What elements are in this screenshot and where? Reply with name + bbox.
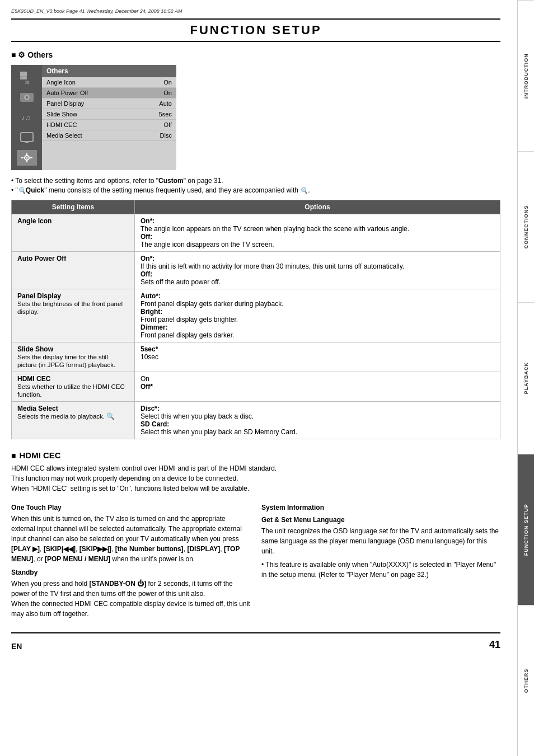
svg-point-10 — [26, 157, 27, 159]
svg-text:⊡: ⊡ — [25, 80, 29, 85]
menu-value-angle: On — [163, 79, 172, 86]
menu-label-panel: Panel Display — [46, 100, 84, 107]
icon-film — [17, 90, 37, 105]
system-info-title: System Information — [261, 504, 500, 511]
menu-screenshot: ⊡ ♪♫ — [11, 65, 500, 170]
setting-panel-display: Panel Display Sets the brightness of the… — [12, 289, 135, 342]
menu-title: Others — [42, 65, 176, 77]
hdmi-section-title: HDMI CEC — [11, 450, 500, 460]
option-angle-icon: On*: The angle icon appears on the TV sc… — [135, 214, 500, 252]
right-sidebar: INTRODUCTION CONNECTIONS PLAYBACK FUNCTI… — [517, 0, 534, 756]
menu-label-media: Media Select — [46, 132, 82, 139]
table-row: Panel Display Sets the brightness of the… — [12, 289, 500, 342]
icon-disc: ⊡ — [17, 69, 37, 85]
svg-rect-0 — [20, 72, 27, 77]
others-label: Others — [27, 50, 53, 59]
table-row: Angle Icon On*: The angle icon appears o… — [12, 214, 500, 252]
menu-value-hdmi: Off — [164, 121, 172, 128]
square-icon: ■ — [11, 50, 16, 59]
option-auto-power-off: On*: If this unit is left with no activi… — [135, 252, 500, 289]
menu-label-slideshow: Slide Show — [46, 111, 77, 118]
bottom-bar: EN 41 — [11, 632, 500, 651]
table-row: Media Select Selects the media to playba… — [12, 402, 500, 439]
option-media-select: Disc*: Select this when you play back a … — [135, 402, 500, 439]
get-set-language-subtitle: Get & Set Menu Language — [261, 516, 500, 524]
icon-audio: ♪♫ — [17, 110, 37, 125]
setting-auto-power-off: Auto Power Off — [12, 252, 135, 289]
sidebar-function-setup: FUNCTION SETUP — [518, 454, 534, 605]
table-col1-header: Setting items — [12, 200, 135, 214]
option-hdmi-cec: On Off* — [135, 372, 500, 402]
note-2: • "🔍Quick" menu consists of the setting … — [11, 186, 500, 194]
svg-rect-7 — [21, 133, 33, 142]
section-others-header: ■ ⚙ Others — [11, 50, 500, 59]
menu-row-media: Media Select Disc — [42, 130, 176, 141]
setting-slide-show: Slide Show Sets the display time for the… — [12, 342, 135, 372]
settings-table: Setting items Options Angle Icon On*: Th… — [11, 200, 500, 439]
notes: • To select the setting items and option… — [11, 177, 500, 194]
setting-media-select: Media Select Selects the media to playba… — [12, 402, 135, 439]
hdmi-intro: HDMI CEC allows integrated system contro… — [11, 463, 500, 494]
sidebar-playback: PLAYBACK — [518, 302, 534, 453]
setting-hdmi-cec: HDMI CEC Sets whether to utilize the HDM… — [12, 372, 135, 402]
note-1: • To select the setting items and option… — [11, 177, 500, 185]
hdmi-two-col: One Touch Play When this unit is turned … — [11, 499, 500, 621]
standby-text: When you press and hold [STANDBY-ON ⏻] f… — [11, 579, 250, 619]
system-info-text: The unit recognizes the OSD language set… — [261, 526, 500, 556]
language-code: EN — [11, 642, 22, 651]
menu-value-autopower: On — [163, 90, 172, 96]
option-slide-show: 5sec* 10sec — [135, 342, 500, 372]
menu-content: Others Angle Icon On Auto Power Off On P… — [42, 65, 176, 170]
svg-rect-1 — [20, 77, 27, 79]
svg-rect-8 — [25, 142, 29, 143]
menu-value-slideshow: 5sec — [159, 111, 172, 118]
page-number: 41 — [489, 639, 500, 651]
icon-display — [17, 130, 37, 145]
svg-text:♪♫: ♪♫ — [21, 114, 30, 122]
sidebar-introduction: INTRODUCTION — [518, 0, 534, 151]
menu-icons: ⊡ ♪♫ — [11, 65, 42, 170]
menu-row-hdmi: HDMI CEC Off — [42, 120, 176, 130]
one-touch-play-title: One Touch Play — [11, 504, 250, 511]
table-row: HDMI CEC Sets whether to utilize the HDM… — [12, 372, 500, 402]
icon-settings — [17, 150, 37, 166]
menu-value-media: Disc — [160, 132, 172, 139]
table-row: Auto Power Off On*: If this unit is left… — [12, 252, 500, 289]
menu-label-autopower: Auto Power Off — [46, 90, 88, 96]
sidebar-connections: CONNECTIONS — [518, 151, 534, 302]
main-content: E5K20UD_EN_V3.book Page 41 Wednesday, De… — [0, 0, 517, 659]
one-touch-play-text: When this unit is turned on, the TV also… — [11, 514, 250, 564]
menu-value-panel: Auto — [159, 100, 172, 107]
setting-angle-icon: Angle Icon — [12, 214, 135, 252]
option-panel-display: Auto*: Front panel display gets darker d… — [135, 289, 500, 342]
menu-row-autopower: Auto Power Off On — [42, 88, 176, 98]
menu-row-panel: Panel Display Auto — [42, 98, 176, 109]
table-row: Slide Show Sets the display time for the… — [12, 342, 500, 372]
sidebar-others: OTHERS — [518, 605, 534, 756]
file-info: E5K20UD_EN_V3.book Page 41 Wednesday, De… — [11, 8, 500, 14]
right-col: System Information Get & Set Menu Langua… — [261, 499, 500, 621]
menu-label-angle: Angle Icon — [46, 79, 76, 86]
standby-title: Standby — [11, 569, 250, 576]
svg-point-5 — [26, 96, 28, 98]
page-title: FUNCTION SETUP — [11, 18, 500, 42]
menu-label-hdmi: HDMI CEC — [46, 121, 77, 128]
table-col2-header: Options — [135, 200, 500, 214]
menu-row-slideshow: Slide Show 5sec — [42, 109, 176, 120]
system-info-bullet: • This feature is available only when "A… — [261, 560, 500, 580]
gear-icon: ⚙ — [18, 50, 25, 59]
left-col: One Touch Play When this unit is turned … — [11, 499, 250, 621]
menu-row-angle: Angle Icon On — [42, 77, 176, 88]
